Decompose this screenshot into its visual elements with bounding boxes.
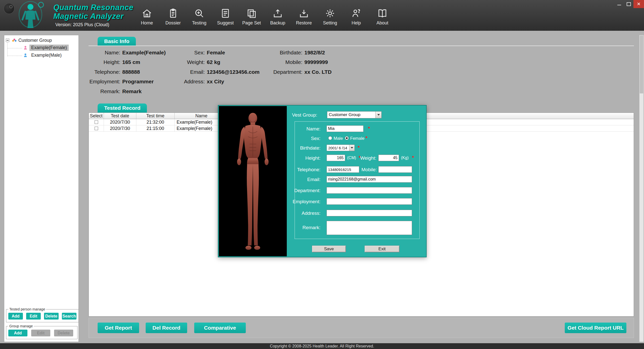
tree-item-example-male[interactable]: Example(Male): [4, 51, 78, 59]
dlg-employment-label: Employment:: [290, 199, 320, 204]
toolbar-testing[interactable]: Testing: [186, 8, 212, 29]
employment-label: Employment:: [89, 77, 120, 86]
minimize-button[interactable]: [614, 0, 624, 8]
group-manage-group: Group manage Add Edit Delete: [6, 324, 77, 339]
about-icon: [377, 8, 388, 19]
dialog-save-button[interactable]: Save: [312, 246, 346, 252]
required-marker: *: [366, 135, 368, 141]
window-controls: ✕: [614, 0, 644, 8]
dlg-mobile-input[interactable]: [378, 166, 412, 173]
page-set-icon: [246, 8, 257, 19]
get-report-button[interactable]: Get Report: [98, 323, 139, 333]
dlg-email-label: Email:: [290, 177, 320, 182]
email-label: Email:: [164, 67, 205, 77]
del-record-button[interactable]: Del Record: [146, 323, 187, 333]
dlg-name-label: Name:: [290, 126, 320, 132]
basic-info-tab: Basic Info: [98, 37, 136, 46]
name-value: Example(Female): [122, 48, 166, 57]
tree-root-customer-group[interactable]: Customer Group: [4, 37, 78, 44]
customer-tree: Customer Group Example(Female) Example(M…: [4, 35, 78, 59]
male-radio[interactable]: [328, 136, 332, 140]
toolbar-dossier[interactable]: Dossier: [160, 8, 186, 29]
group-edit-button[interactable]: Edit: [31, 330, 50, 336]
dlg-weight-input[interactable]: [378, 155, 399, 161]
chevron-down-icon: [349, 145, 354, 151]
dlg-email-input[interactable]: [327, 176, 412, 183]
scrollbar-thumb[interactable]: [640, 36, 643, 93]
required-marker: *: [412, 155, 414, 161]
dlg-height-input[interactable]: [327, 155, 345, 161]
toolbar-page-set[interactable]: Page Set: [238, 8, 265, 29]
help-icon: [351, 8, 361, 19]
toolbar-help[interactable]: Help: [343, 8, 369, 29]
dlg-height-label: Height:: [290, 155, 320, 161]
edit-person-dialog: Vest Group: Customer Group Name: * Sex: …: [218, 105, 427, 257]
toolbar-restore[interactable]: Restore: [291, 8, 317, 29]
dlg-address-input[interactable]: [327, 210, 412, 216]
toolbar-setting[interactable]: Setting: [317, 8, 343, 29]
dlg-address-label: Address:: [290, 211, 320, 216]
female-radio[interactable]: [345, 136, 349, 140]
close-button[interactable]: ✕: [633, 0, 644, 8]
group-add-button[interactable]: Add: [8, 330, 27, 336]
name-label: Name:: [89, 48, 120, 57]
get-cloud-report-url-button[interactable]: Get Cloud Report URL: [565, 323, 626, 333]
dlg-remark-textarea[interactable]: [327, 221, 412, 235]
maximize-button[interactable]: [624, 0, 633, 8]
setting-icon: [325, 8, 335, 19]
dlg-employment-input[interactable]: [327, 198, 412, 205]
male-person-icon: [23, 53, 27, 57]
chevron-down-icon: [375, 112, 381, 118]
basic-info-row: Telephone: 888888 Email: 123456@123456.c…: [89, 67, 582, 77]
backup-icon: [272, 8, 283, 19]
address-label: Address:: [164, 77, 205, 86]
group-icon: [12, 38, 17, 42]
comparative-button[interactable]: Comparative: [194, 323, 246, 333]
dossier-icon: [168, 8, 178, 19]
person-edit-button[interactable]: Edit: [26, 313, 41, 320]
row-checkbox[interactable]: [95, 120, 98, 124]
toolbar-about[interactable]: About: [369, 8, 395, 29]
group-delete-button[interactable]: Delete: [54, 330, 73, 336]
required-marker: *: [368, 126, 370, 131]
tested-person-manage-group: Tested person manage Add Edit Delete Sea…: [6, 307, 79, 322]
female-radio-label: Female: [350, 136, 365, 141]
tree-item-example-female[interactable]: Example(Female): [4, 44, 78, 51]
weight-value: 62 kg: [207, 57, 220, 67]
cell-test-time: 21:32:00: [136, 119, 175, 125]
person-search-button[interactable]: Search: [62, 313, 76, 320]
toolbar-home[interactable]: Home: [134, 8, 160, 29]
body-scan-logo-icon: [16, 1, 45, 30]
person-add-button[interactable]: Add: [8, 313, 23, 320]
weight-unit: (Kg): [401, 156, 409, 160]
basic-info-row: Height: 165 cm Weight: 62 kg Mobile: 999…: [89, 57, 582, 67]
vest-group-dropdown[interactable]: Customer Group: [327, 111, 382, 118]
dlg-birthdate-label: Birthdate:: [290, 145, 320, 151]
remark-value: Remark: [122, 87, 142, 96]
toolbar-backup[interactable]: Backup: [265, 8, 291, 29]
tested-record-tab: Tested Record: [98, 103, 147, 113]
employment-value: Programmer: [122, 77, 154, 86]
dlg-name-input[interactable]: [327, 125, 364, 132]
birthdate-dropdown[interactable]: 2001/ 6 /14: [327, 145, 355, 151]
basic-info-row: Employment: Programmer Address: xx City: [89, 77, 582, 86]
birthdate-value: 1982/8/2: [304, 48, 325, 57]
height-label: Height:: [89, 57, 120, 67]
email-value: 123456@123456.com: [207, 67, 260, 77]
mobile-label: Mobile:: [262, 57, 302, 67]
vertical-scrollbar[interactable]: [639, 35, 644, 342]
anatomy-figure-panel: [219, 106, 287, 256]
row-checkbox[interactable]: [95, 127, 98, 130]
tree-collapse-icon[interactable]: [6, 39, 9, 42]
dlg-remark-label: Remark:: [290, 225, 320, 230]
home-icon: [142, 8, 152, 19]
dialog-exit-button[interactable]: Exit: [365, 246, 399, 252]
basic-info-row: Name: Example(Female) Sex: Female Birthd…: [89, 48, 582, 57]
cell-test-time: 21:15:00: [136, 125, 175, 131]
cell-test-date: 2020/7/30: [104, 119, 136, 125]
dlg-department-input[interactable]: [327, 187, 412, 194]
toolbar-suggest[interactable]: Suggest: [212, 8, 238, 29]
dlg-department-label: Department:: [290, 188, 320, 193]
dlg-mobile-label: Mobile:: [347, 167, 377, 172]
person-delete-button[interactable]: Delete: [44, 313, 59, 320]
